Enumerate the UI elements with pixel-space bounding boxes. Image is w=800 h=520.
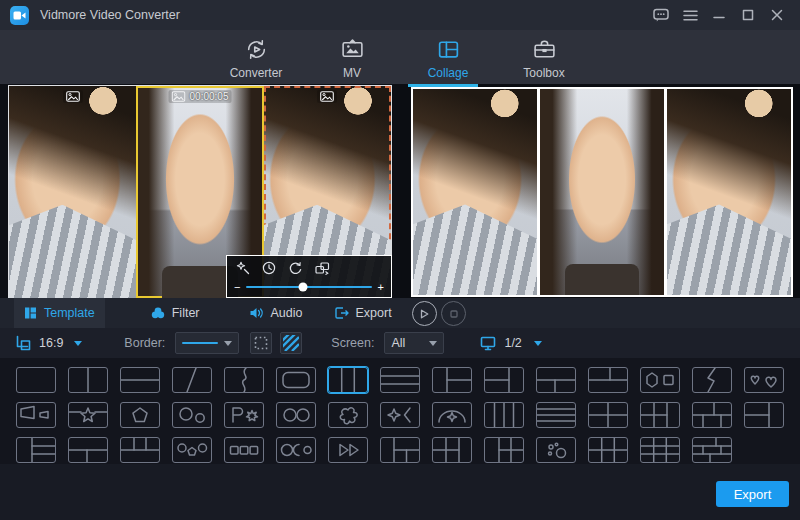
- aspect-dropdown-arrow[interactable]: [74, 341, 82, 346]
- page-dropdown-arrow[interactable]: [534, 341, 542, 346]
- template-three-squares[interactable]: [224, 437, 264, 463]
- template-single[interactable]: [16, 367, 56, 393]
- page-indicator: 1/2: [504, 336, 521, 350]
- tab-mv[interactable]: MV: [316, 30, 388, 84]
- rotate-icon[interactable]: [288, 261, 303, 275]
- template-grid-brick[interactable]: [692, 402, 732, 428]
- template-col-left-3rows-right[interactable]: [16, 437, 56, 463]
- stop-button[interactable]: [441, 301, 466, 326]
- template-curve-split[interactable]: [224, 367, 264, 393]
- template-top-two-bottom-full[interactable]: [588, 367, 628, 393]
- zoom-out-label[interactable]: −: [234, 281, 240, 293]
- screen-dropdown[interactable]: All: [384, 332, 444, 354]
- template-shapes-trio[interactable]: [172, 437, 212, 463]
- template-two-rows[interactable]: [120, 367, 160, 393]
- magic-wand-icon[interactable]: [236, 261, 250, 275]
- swap-icon[interactable]: [315, 262, 330, 275]
- tab-collage[interactable]: Collage: [412, 30, 484, 84]
- template-grid-2x3[interactable]: [588, 437, 628, 463]
- aspect-ratio-value[interactable]: 16:9: [39, 336, 63, 350]
- tab-export-label: Export: [356, 306, 392, 320]
- template-lightning[interactable]: [692, 367, 732, 393]
- template-top-full-bottom-two[interactable]: [536, 367, 576, 393]
- edit-collage: 00:00:05 −: [8, 85, 392, 299]
- maximize-icon[interactable]: [737, 4, 759, 26]
- template-top-full-bottom-two[interactable]: [68, 437, 108, 463]
- border-dropdown-arrow: [224, 341, 232, 346]
- border-style-dropdown[interactable]: [175, 332, 239, 354]
- template-rows-left-col-right[interactable]: [744, 402, 784, 428]
- template-row: [16, 367, 800, 393]
- template-grid-2x2-col[interactable]: [640, 402, 680, 428]
- template-grid-2x2[interactable]: [588, 402, 628, 428]
- image-badge: [63, 90, 83, 103]
- template-flag-burst[interactable]: [224, 402, 264, 428]
- template-star-bracket[interactable]: [380, 402, 420, 428]
- template-col-left-mixed-right[interactable]: [380, 437, 420, 463]
- mv-icon: [340, 37, 365, 62]
- template-col-left-rows-right[interactable]: [432, 367, 472, 393]
- template-two-cols[interactable]: [68, 367, 108, 393]
- screen-dropdown-arrow: [429, 341, 437, 346]
- clip-duration: 00:00:05: [190, 91, 229, 102]
- tab-converter[interactable]: Converter: [220, 30, 292, 84]
- feedback-icon[interactable]: [650, 4, 672, 26]
- template-three-cols-selected[interactable]: [328, 367, 368, 393]
- tab-template[interactable]: Template: [14, 298, 105, 328]
- tab-toolbox[interactable]: Toolbox: [508, 30, 580, 84]
- play-button[interactable]: [412, 301, 437, 326]
- template-four-cols[interactable]: [484, 402, 524, 428]
- template-circles-scatter[interactable]: [536, 437, 576, 463]
- zoom-slider[interactable]: [246, 286, 371, 288]
- template-clover[interactable]: [328, 402, 368, 428]
- dashed-border-button[interactable]: [250, 332, 272, 354]
- zoom-in-label[interactable]: +: [378, 281, 384, 293]
- template-grid: [0, 358, 800, 464]
- filter-icon: [151, 307, 165, 319]
- main-nav: Converter MV Collage Toolbox: [0, 30, 800, 84]
- template-col-left-grid-right[interactable]: [484, 437, 524, 463]
- template-grid-3x3[interactable]: [640, 437, 680, 463]
- image-icon: [172, 91, 186, 102]
- tab-audio[interactable]: Audio: [240, 298, 313, 328]
- tab-collage-label: Collage: [428, 66, 469, 80]
- template-circles-equal[interactable]: [276, 402, 316, 428]
- export-button[interactable]: Export: [716, 481, 789, 507]
- screen-label: Screen:: [331, 336, 374, 350]
- control-band: Template Filter Audio Export 00:00:00.00…: [0, 298, 800, 328]
- collage-cell-1[interactable]: [9, 86, 136, 298]
- ratio-icon: [16, 335, 31, 351]
- template-top-3-bottom-full[interactable]: [120, 437, 160, 463]
- border-label: Border:: [124, 336, 165, 350]
- template-grid-2x2-col[interactable]: [432, 437, 472, 463]
- titlebar-controls: [650, 4, 800, 26]
- template-double-play[interactable]: [328, 437, 368, 463]
- template-circle-semi-small[interactable]: [276, 437, 316, 463]
- template-arch-star[interactable]: [432, 402, 472, 428]
- template-hex-square[interactable]: [640, 367, 680, 393]
- template-grid-brick-3[interactable]: [692, 437, 732, 463]
- template-hearts[interactable]: [744, 367, 784, 393]
- template-rounded-inset[interactable]: [276, 367, 316, 393]
- template-circles-big-small[interactable]: [172, 402, 212, 428]
- template-star-stripe[interactable]: [68, 402, 108, 428]
- template-trapezoids[interactable]: [16, 402, 56, 428]
- zoom-slider-knob[interactable]: [298, 283, 307, 292]
- template-four-rows[interactable]: [536, 402, 576, 428]
- result-collage: [411, 87, 793, 297]
- minimize-icon[interactable]: [708, 4, 730, 26]
- tab-export[interactable]: Export: [325, 298, 402, 328]
- hatch-fill-button[interactable]: [280, 332, 302, 354]
- clock-icon[interactable]: [262, 261, 276, 275]
- template-rows-left-col-right[interactable]: [484, 367, 524, 393]
- solid-line-swatch: [182, 342, 218, 344]
- image-icon: [66, 91, 80, 102]
- menu-icon[interactable]: [679, 4, 701, 26]
- image-badge-with-time: 00:00:05: [169, 90, 232, 103]
- close-icon[interactable]: [766, 4, 788, 26]
- template-diagonal[interactable]: [172, 367, 212, 393]
- tab-filter[interactable]: Filter: [141, 298, 210, 328]
- template-pentagon[interactable]: [120, 402, 160, 428]
- result-cell-3: [667, 89, 791, 295]
- template-three-rows[interactable]: [380, 367, 420, 393]
